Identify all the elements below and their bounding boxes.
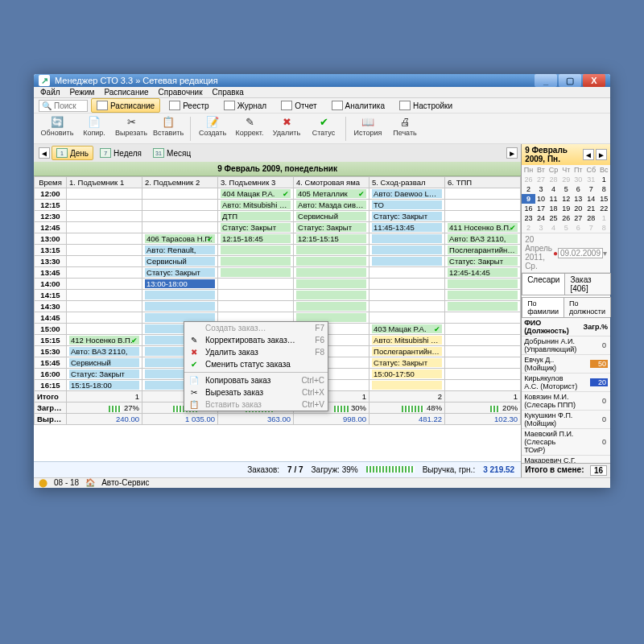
schedule-cell[interactable]: [369, 245, 445, 256]
staff-row[interactable]: Макаревич С.Г. (Установщик доп..)0: [522, 456, 610, 463]
schedule-cell[interactable]: 405 Металлик✔: [294, 188, 369, 200]
staff-list[interactable]: ФИО (Должность) Загр.% Добрынин А.И. (Уп…: [522, 318, 610, 462]
schedule-cell[interactable]: Статус: Закрыт: [67, 369, 142, 380]
appointment[interactable]: Авто: Renault,: [145, 246, 215, 254]
schedule-cell[interactable]: [294, 290, 369, 301]
appointment[interactable]: Послегарантийный: [448, 246, 518, 254]
schedule-cell[interactable]: [67, 256, 142, 267]
schedule-cell[interactable]: Статус: Закрыт: [369, 357, 445, 369]
print-button[interactable]: 🖨Печать: [386, 115, 423, 137]
appointment[interactable]: 15:00-17:50: [372, 369, 442, 378]
calendar-day[interactable]: 4: [547, 223, 560, 233]
schedule-cell[interactable]: [67, 279, 142, 290]
calendar-day[interactable]: 31: [584, 175, 598, 184]
schedule-cell[interactable]: 13:00-18:00: [142, 279, 218, 290]
schedule-cell[interactable]: 12:15-15:15: [294, 233, 369, 245]
staff-col-name[interactable]: ФИО (Должность): [522, 318, 580, 336]
search-input[interactable]: [54, 101, 85, 110]
schedule-cell[interactable]: 15:15-18:00: [67, 380, 142, 391]
appointment[interactable]: [221, 268, 291, 277]
schedule-cell[interactable]: Авто: Renault,: [142, 245, 218, 256]
appointment[interactable]: Сервисный: [145, 257, 215, 266]
schedule-cell[interactable]: [445, 380, 521, 391]
schedule-cell[interactable]: [142, 211, 218, 222]
ctx-status[interactable]: ✔Сменить статус заказа: [184, 358, 328, 370]
cut-button[interactable]: ✂Вырезать: [113, 115, 150, 137]
schedule-cell[interactable]: [67, 324, 142, 335]
menu-help[interactable]: Справка: [213, 88, 244, 97]
schedule-cell[interactable]: [67, 245, 142, 256]
subtab-by-name[interactable]: По фамилии: [522, 297, 564, 317]
appointment[interactable]: [296, 257, 366, 266]
calendar-day[interactable]: 28: [584, 213, 598, 223]
subtab-by-role[interactable]: По должности: [564, 297, 611, 317]
schedule-cell[interactable]: [67, 211, 142, 222]
appointment[interactable]: Авто: Mitsubishi La…: [372, 336, 442, 345]
appointment[interactable]: 403 Мацак Р.А.✔: [372, 324, 442, 333]
schedule-cell[interactable]: 403 Мацак Р.А.✔: [369, 324, 445, 335]
schedule-cell[interactable]: 404 Мацак Р.А.✔: [218, 188, 294, 200]
schedule-cell[interactable]: [67, 222, 142, 233]
schedule-cell[interactable]: [67, 188, 142, 200]
tab-order[interactable]: Заказ [406]: [564, 273, 611, 295]
schedule-cell[interactable]: [445, 290, 521, 301]
ctx-copy[interactable]: 📄Копировать заказCtrl+C: [184, 374, 328, 386]
staff-col-load[interactable]: Загр.%: [581, 318, 610, 336]
schedule-cell[interactable]: 11:45-13:45: [369, 222, 445, 233]
col-bay-4[interactable]: 4. Смотровая яма: [294, 177, 369, 188]
week-view-button[interactable]: 7Неделя: [95, 146, 147, 160]
calendar-day[interactable]: 27: [572, 213, 584, 223]
calendar-day[interactable]: 20: [572, 204, 584, 213]
schedule-cell[interactable]: Сервисный: [294, 211, 369, 222]
appointment[interactable]: [448, 302, 518, 311]
appointment[interactable]: 411 Носенко В.П.✔: [448, 223, 518, 232]
col-bay-2[interactable]: 2. Подъемник 2: [142, 177, 218, 188]
schedule-cell[interactable]: [67, 290, 142, 301]
schedule-cell[interactable]: [445, 357, 521, 369]
appointment[interactable]: [372, 234, 442, 243]
schedule-cell[interactable]: Авто: ВАЗ 2110,: [67, 346, 142, 357]
schedule-cell[interactable]: [445, 200, 521, 211]
tab-journal[interactable]: Журнал: [218, 98, 273, 113]
schedule-cell[interactable]: [294, 301, 369, 312]
schedule-cell[interactable]: [142, 222, 218, 233]
calendar-day[interactable]: 13: [572, 194, 584, 204]
appointment[interactable]: Статус: Закрыт: [69, 369, 139, 378]
calendar-day[interactable]: 5: [560, 184, 572, 194]
schedule-cell[interactable]: Статус: Закрыт: [142, 267, 218, 279]
schedule-cell[interactable]: [445, 211, 521, 222]
appointment[interactable]: Статус: Закрыт: [372, 358, 442, 367]
calendar-day[interactable]: 9: [522, 194, 535, 204]
status-button[interactable]: ✔Статус: [305, 115, 342, 137]
menu-mode[interactable]: Режим: [70, 88, 95, 97]
schedule-cell[interactable]: [218, 301, 294, 312]
schedule-cell[interactable]: Сервисный: [67, 357, 142, 369]
appointment[interactable]: Послегарантийный: [372, 347, 442, 356]
calendar-day[interactable]: 18: [547, 204, 560, 213]
search-box[interactable]: 🔍: [39, 100, 88, 112]
tab-analytics[interactable]: Аналитика: [326, 98, 391, 113]
calendar-day[interactable]: 8: [598, 223, 610, 233]
calendar-day[interactable]: 25: [547, 213, 560, 223]
copy-button[interactable]: 📄Копир.: [76, 115, 113, 137]
col-bay-5[interactable]: 5. Сход-развал: [369, 177, 445, 188]
schedule-cell[interactable]: [294, 279, 369, 290]
schedule-cell[interactable]: [369, 233, 445, 245]
appointment[interactable]: Сервисный: [69, 358, 139, 367]
schedule-cell[interactable]: [369, 301, 445, 312]
schedule-cell[interactable]: Послегарантийный: [445, 245, 521, 256]
appointment[interactable]: 15:15-18:00: [69, 381, 139, 390]
appointment[interactable]: [221, 246, 291, 254]
calendar-day[interactable]: 6: [572, 184, 584, 194]
tab-report[interactable]: Отчет: [275, 98, 322, 113]
schedule-cell[interactable]: ТО: [369, 200, 445, 211]
appointment[interactable]: [372, 381, 442, 390]
calendar-day[interactable]: 5: [560, 223, 572, 233]
appointment[interactable]: [296, 302, 366, 311]
schedule-cell[interactable]: [294, 245, 369, 256]
menu-schedule[interactable]: Расписание: [104, 88, 148, 97]
appointment[interactable]: Авто: ВАЗ 2110,: [448, 234, 518, 243]
calendar-day[interactable]: 26: [560, 213, 572, 223]
appointment[interactable]: Статус: Закрыт: [145, 268, 215, 277]
appointment[interactable]: Статус: Закрыт: [221, 223, 291, 232]
